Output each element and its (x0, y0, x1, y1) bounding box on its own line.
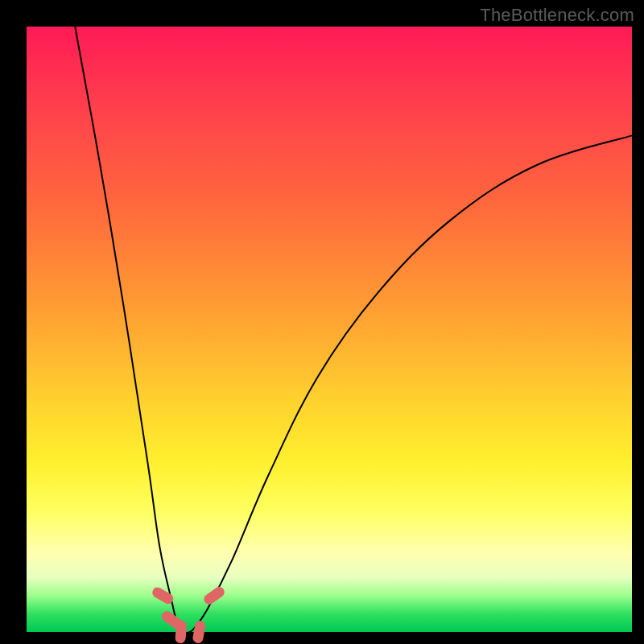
curve-marker (202, 585, 226, 607)
bottleneck-curve (75, 27, 632, 633)
chart-frame: TheBottleneck.com (0, 0, 644, 644)
plot-area (27, 27, 632, 632)
marker-group (151, 585, 226, 644)
curve-marker (192, 620, 206, 644)
watermark-text: TheBottleneck.com (480, 5, 634, 26)
curve-svg (27, 27, 632, 632)
